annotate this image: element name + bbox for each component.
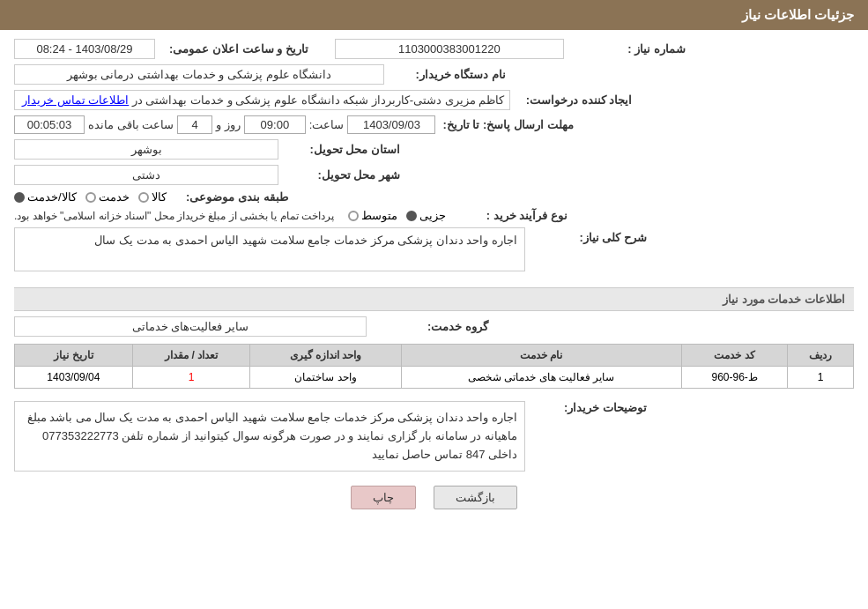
cell-tarikh: 1403/09/04 (15, 367, 133, 389)
header-title: جزئیات اطلاعات نیاز (742, 7, 854, 22)
shomara-niaz-label: شماره نیاز : (571, 42, 686, 56)
ijad-text: کاظم مزیری دشتی-کاربرداز شبکه دانشگاه عل… (132, 93, 504, 107)
mohlat-roz: 4 (177, 115, 212, 134)
return-button[interactable]: بازگشت (434, 486, 517, 509)
cell-vahed: واحد ساختمان (250, 367, 401, 389)
group-khadamat-value: سایر فعالیت‌های خدماتی (14, 316, 367, 337)
nooe-mottavasset-label: متوسط (361, 209, 397, 222)
nooe-row: نوع فرآیند خرید : جزیی متوسط پرداخت تمام… (14, 209, 854, 222)
table-body: 1 ط-96-960 سایر فعالیت های خدماتی شخصی و… (15, 367, 854, 389)
tarikh-value: 1403/08/29 - 08:24 (14, 39, 155, 59)
col-tedad: تعداد / مقدار (132, 345, 250, 367)
col-radif: ردیف (788, 345, 854, 367)
tozih-label: توضیحات خریدار: (532, 397, 647, 414)
ijad-label: ایجاد کننده درخواست: (517, 93, 632, 107)
nooe-options: جزیی متوسط (348, 209, 446, 222)
cell-kod: ط-96-960 (681, 367, 787, 389)
col-tarikh: تاریخ نیاز (15, 345, 133, 367)
print-button[interactable]: چاپ (351, 486, 416, 509)
nooe-label: نوع فرآیند خرید : (453, 209, 568, 222)
col-vahed: واحد اندازه گیری (250, 345, 401, 367)
tabaqe-kala-khadamat-radio[interactable] (14, 192, 25, 203)
tabaqe-kala[interactable]: کالا (138, 190, 167, 204)
nam-dastgah-label: نام دستگاه خریدار: (391, 68, 506, 81)
tabaqe-kala-khadamat[interactable]: کالا/خدمت (14, 190, 77, 204)
nooe-jozi-radio[interactable] (406, 211, 417, 221)
tozih-value: اجاره واحد دندان پزشکی مرکز خدمات جامع س… (14, 401, 525, 472)
shahr-value: دشتی (14, 165, 278, 185)
sharh-label: شرح کلی نیاز: (532, 227, 647, 244)
table-header: ردیف کد خدمت نام خدمت واحد اندازه گیری ت… (15, 345, 854, 367)
col-nam: نام خدمت (401, 345, 681, 367)
mohlat-saat: 09:00 (244, 115, 306, 134)
tabaqe-khadamat-radio[interactable] (85, 192, 96, 203)
service-section-title: اطلاعات خدمات مورد نیاز (14, 287, 854, 311)
cell-nam: سایر فعالیت های خدماتی شخصی (401, 367, 681, 389)
tabaqe-options: کالا خدمت کالا/خدمت (14, 190, 167, 204)
ijad-link[interactable]: اطلاعات تماس خریدار (22, 93, 129, 107)
shomara-niaz-row: شماره نیاز : 1103000383001220 تاریخ و سا… (14, 39, 854, 59)
ijad-value: کاظم مزیری دشتی-کاربرداز شبکه دانشگاه عل… (14, 90, 510, 110)
mohlat-saat-label: ساعت: (309, 118, 345, 131)
button-row: بازگشت چاپ (14, 486, 854, 509)
mohlat-countdown-label: ساعت باقی مانده (88, 118, 174, 131)
mohlat-date: 1403/09/03 (347, 115, 435, 134)
tozih-section: توضیحات خریدار: اجاره واحد دندان پزشکی م… (14, 397, 854, 472)
tabaqe-row: طبقه بندی موضوعی: کالا خدمت کالا/خدمت (14, 190, 854, 204)
nam-dastgah-value: دانشگاه علوم پزشکی و خدمات بهداشتی درمان… (14, 64, 384, 85)
mohlat-countdown: 00:05:03 (14, 115, 85, 134)
nooe-note: پرداخت تمام یا بخشی از مبلغ خریداز محل "… (14, 210, 334, 222)
main-content: شماره نیاز : 1103000383001220 تاریخ و سا… (0, 30, 868, 527)
nam-dastgah-row: نام دستگاه خریدار: دانشگاه علوم پزشکی و … (14, 64, 854, 85)
nooe-jozi[interactable]: جزیی (406, 209, 446, 222)
nooe-mottavasset-radio[interactable] (348, 211, 359, 221)
sharh-value: اجاره واحد دندان پزشکی مرکز خدمات جامع س… (14, 227, 525, 271)
tabaqe-kala-radio[interactable] (138, 192, 149, 203)
table-row: 1 ط-96-960 سایر فعالیت های خدماتی شخصی و… (15, 367, 854, 389)
shahr-row: شهر محل تحویل: دشتی (14, 165, 854, 185)
group-khadamat-row: گروه خدمت: سایر فعالیت‌های خدماتی (14, 316, 854, 337)
services-table-section: ردیف کد خدمت نام خدمت واحد اندازه گیری ت… (14, 344, 854, 389)
ostan-row: استان محل تحویل: بوشهر (14, 139, 854, 160)
tabaqe-kala-label: کالا (152, 190, 167, 204)
tabaqe-kala-khadamat-label: کالا/خدمت (27, 190, 77, 204)
tabaqe-khadamat-label: خدمت (99, 190, 130, 204)
ostan-value: بوشهر (14, 139, 278, 160)
tabaqe-khadamat[interactable]: خدمت (85, 190, 130, 204)
mohlat-label: مهلت ارسال پاسخ: تا تاریخ: (442, 118, 573, 131)
cell-radif: 1 (788, 367, 854, 389)
mohlat-row: مهلت ارسال پاسخ: تا تاریخ: 1403/09/03 سا… (14, 115, 854, 134)
page-wrapper: جزئیات اطلاعات نیاز شماره نیاز : 1103000… (0, 0, 868, 609)
tarikh-label: تاریخ و ساعت اعلان عمومی: (169, 42, 308, 56)
col-kod: کد خدمت (681, 345, 787, 367)
ijad-row: ایجاد کننده درخواست: کاظم مزیری دشتی-کار… (14, 90, 854, 110)
shahr-label: شهر محل تحویل: (286, 168, 400, 182)
page-header: جزئیات اطلاعات نیاز (0, 0, 868, 30)
group-khadamat-label: گروه خدمت: (374, 320, 488, 333)
ostan-label: استان محل تحویل: (286, 143, 400, 156)
tabaqe-label: طبقه بندی موضوعی: (174, 190, 288, 204)
services-table: ردیف کد خدمت نام خدمت واحد اندازه گیری ت… (14, 344, 854, 389)
mohlat-roz-label: روز و (216, 118, 241, 131)
nooe-jozi-label: جزیی (419, 209, 446, 222)
cell-tedad: 1 (132, 367, 250, 389)
sharh-section: شرح کلی نیاز: اجاره واحد دندان پزشکی مرک… (14, 227, 854, 279)
nooe-mottavasset[interactable]: متوسط (348, 209, 397, 222)
shomara-niaz-value: 1103000383001220 (335, 39, 564, 59)
